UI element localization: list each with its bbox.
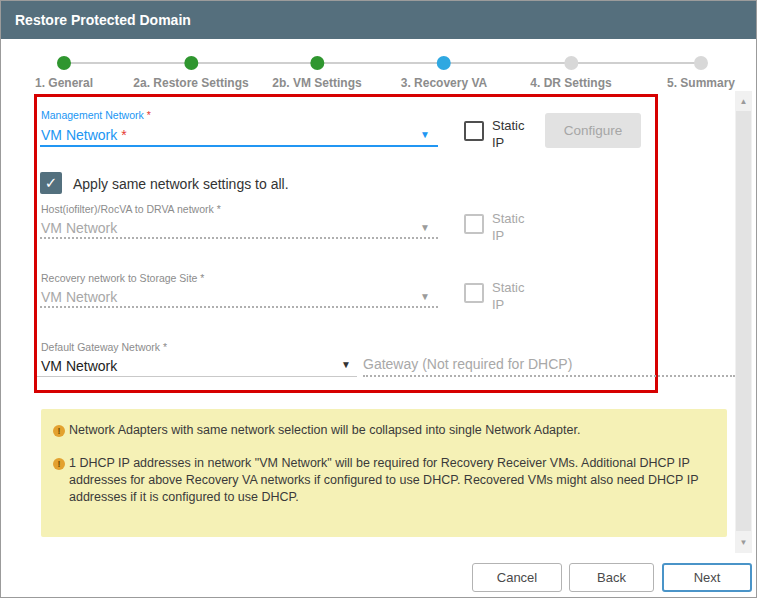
host-network-dropdown: VM Network	[41, 220, 117, 236]
step-dot-pending-icon	[564, 56, 578, 70]
warning-icon	[53, 425, 65, 437]
vertical-scrollbar[interactable]	[735, 91, 752, 553]
gateway-input[interactable]	[363, 353, 735, 377]
apply-all-label: Apply same network settings to all.	[73, 176, 289, 192]
step-dot-pending-icon	[694, 56, 708, 70]
management-network-underline	[40, 145, 438, 147]
apply-all-checkbox[interactable]	[40, 172, 62, 194]
host-network-underline	[40, 237, 438, 239]
restore-protected-domain-dialog: Restore Protected Domain 1. General 2a. …	[0, 0, 757, 598]
scroll-up-icon[interactable]	[735, 93, 752, 110]
chevron-down-icon	[420, 223, 430, 233]
host-network-label: Host(iofilter)/RocVA to DRVA network *	[41, 203, 221, 215]
step-label: 2a. Restore Settings	[133, 76, 248, 90]
step-label: 2b. VM Settings	[272, 76, 361, 90]
dialog-title: Restore Protected Domain	[15, 12, 191, 28]
chevron-down-icon[interactable]	[341, 360, 351, 370]
step-label: 3. Recovery VA	[401, 76, 488, 90]
stepper-step-general[interactable]: 1. General	[35, 56, 93, 90]
scroll-down-icon[interactable]	[735, 534, 752, 551]
gateway-network-underline	[37, 376, 357, 377]
cancel-button[interactable]: Cancel	[472, 563, 562, 592]
step-dot-current-icon	[437, 56, 451, 70]
gateway-network-dropdown[interactable]: VM Network	[41, 358, 117, 374]
management-network-label: Management Network *	[41, 109, 151, 121]
required-asterisk: *	[121, 127, 126, 143]
step-label: 4. DR Settings	[530, 76, 611, 90]
warning-icon	[53, 458, 65, 470]
gateway-network-label: Default Gateway Network *	[41, 341, 167, 353]
notice-text: Network Adapters with same network selec…	[69, 422, 717, 439]
required-asterisk: *	[147, 109, 151, 121]
step-dot-done-icon	[57, 56, 71, 70]
recovery-network-underline	[40, 306, 438, 308]
management-network-dropdown[interactable]: VM Network *	[41, 127, 127, 143]
stepper-step-restore-settings[interactable]: 2a. Restore Settings	[133, 56, 248, 90]
notice-text: 1 DHCP IP addresses in network "VM Netwo…	[69, 455, 717, 506]
recovery-network-dropdown: VM Network	[41, 289, 117, 305]
recovery-static-ip-checkbox	[464, 283, 484, 303]
chevron-down-icon	[420, 292, 430, 302]
stepper-step-recovery-va[interactable]: 3. Recovery VA	[401, 56, 488, 90]
gateway-field-wrap	[363, 353, 735, 377]
management-static-ip-label: Static IP	[492, 117, 540, 151]
configure-button[interactable]: Configure	[545, 113, 641, 148]
scrollbar-thumb[interactable]	[736, 111, 751, 531]
dialog-titlebar: Restore Protected Domain	[1, 1, 756, 39]
step-label: 1. General	[35, 76, 93, 90]
step-label: 5. Summary	[667, 76, 735, 90]
host-static-ip-checkbox	[464, 214, 484, 234]
recovery-network-label: Recovery network to Storage Site *	[41, 272, 204, 284]
host-static-ip-label: Static IP	[492, 210, 540, 244]
chevron-down-icon[interactable]	[420, 130, 430, 140]
recovery-static-ip-label: Static IP	[492, 279, 540, 313]
step-dot-done-icon	[184, 56, 198, 70]
stepper-step-vm-settings[interactable]: 2b. VM Settings	[272, 56, 361, 90]
step-dot-done-icon	[310, 56, 324, 70]
management-network-label-text: Management Network	[41, 109, 147, 121]
back-button[interactable]: Back	[569, 563, 654, 592]
next-button[interactable]: Next	[662, 563, 752, 592]
stepper-step-summary[interactable]: 5. Summary	[667, 56, 735, 90]
stepper-step-dr-settings[interactable]: 4. DR Settings	[530, 56, 611, 90]
management-network-value: VM Network	[41, 127, 121, 143]
management-static-ip-checkbox[interactable]	[464, 121, 484, 141]
